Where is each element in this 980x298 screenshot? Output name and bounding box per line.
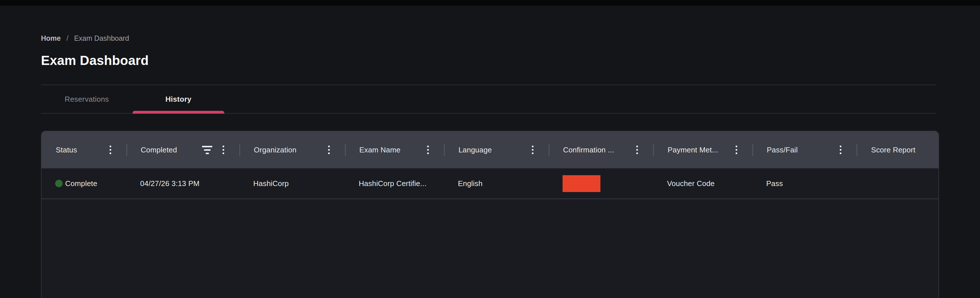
- column-menu-icon[interactable]: [838, 144, 843, 155]
- cell-payment-method: Voucher Code: [653, 168, 752, 199]
- active-tab-indicator: [133, 111, 224, 114]
- column-label: Confirmation ...: [563, 146, 614, 154]
- top-system-bar: [0, 0, 980, 6]
- cell-pass-fail: Pass: [752, 168, 857, 199]
- table-header-row: Status Completed Organization: [41, 131, 939, 168]
- column-label: Language: [458, 146, 492, 154]
- breadcrumb-home-link[interactable]: Home: [41, 34, 60, 42]
- exam-history-table: Status Completed Organization: [41, 131, 939, 298]
- column-header-payment-method: Payment Met...: [653, 131, 752, 168]
- column-header-completed: Completed: [127, 131, 240, 168]
- column-header-organization: Organization: [240, 131, 345, 168]
- column-menu-icon[interactable]: [426, 144, 430, 155]
- table-row: Complete 04/27/26 3:13 PM HashiCorp Hash…: [41, 168, 939, 199]
- page-title: Exam Dashboard: [41, 53, 936, 68]
- exam-dashboard-page: Home / Exam Dashboard Exam Dashboard Res…: [0, 34, 980, 298]
- tab-reservations-label: Reservations: [65, 95, 109, 104]
- column-header-confirmation: Confirmation ...: [549, 131, 654, 168]
- column-menu-icon[interactable]: [735, 144, 738, 155]
- column-label: Pass/Fail: [767, 146, 798, 154]
- tab-history[interactable]: History: [133, 85, 224, 113]
- breadcrumb: Home / Exam Dashboard: [41, 34, 936, 42]
- cell-exam-name: HashiCorp Certifie...: [345, 168, 444, 199]
- filter-icon[interactable]: [202, 145, 213, 155]
- breadcrumb-separator: /: [66, 34, 68, 42]
- confirmation-redaction-box: [563, 175, 600, 192]
- status-text: Complete: [65, 179, 97, 188]
- cell-status: Complete: [41, 168, 127, 199]
- tab-history-label: History: [165, 95, 191, 104]
- cell-score-report: [857, 168, 939, 199]
- breadcrumb-current: Exam Dashboard: [74, 34, 129, 42]
- cell-language: English: [444, 168, 549, 199]
- column-menu-icon[interactable]: [635, 144, 639, 155]
- column-header-pass-fail: Pass/Fail: [752, 131, 857, 168]
- column-header-language: Language: [444, 131, 549, 168]
- cell-completed: 04/27/26 3:13 PM: [127, 168, 240, 199]
- column-label: Status: [56, 146, 77, 154]
- column-label: Score Report: [871, 146, 915, 154]
- column-menu-icon[interactable]: [327, 144, 331, 155]
- column-menu-icon[interactable]: [221, 144, 225, 155]
- column-menu-icon[interactable]: [108, 144, 112, 155]
- tab-bar: Reservations History: [41, 85, 936, 114]
- column-header-score-report: Score Report: [857, 131, 939, 168]
- column-menu-icon[interactable]: [531, 144, 535, 155]
- cell-organization: HashiCorp: [240, 168, 345, 199]
- status-complete-dot-icon: [55, 180, 63, 187]
- column-header-status: Status: [41, 131, 127, 168]
- column-header-exam-name: Exam Name: [345, 131, 444, 168]
- column-label: Payment Met...: [668, 146, 718, 154]
- tab-reservations[interactable]: Reservations: [41, 85, 133, 113]
- column-label: Exam Name: [360, 146, 401, 154]
- cell-confirmation: [549, 168, 654, 199]
- column-label: Completed: [141, 146, 177, 154]
- column-label: Organization: [254, 146, 296, 154]
